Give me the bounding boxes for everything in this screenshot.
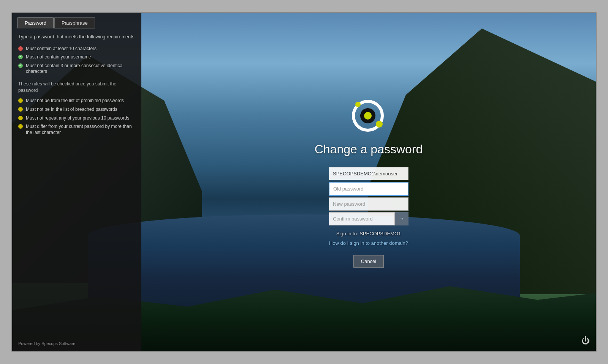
arrow-icon: →: [399, 215, 405, 222]
immediate-requirements-list: Must contain at least 10 characters ✓ Mu…: [18, 46, 135, 75]
confirm-password-row: →: [329, 212, 408, 225]
req-submit-text-3: Must not repeat any of your previous 10 …: [26, 115, 129, 121]
req-icon-green-3: ✓: [18, 63, 23, 68]
req-icon-red-1: [18, 46, 23, 51]
req-item-1: Must contain at least 10 characters: [18, 46, 135, 52]
req-submit-text-1: Must not be from the list of prohibited …: [26, 98, 124, 104]
svg-point-2: [364, 112, 372, 120]
confirm-password-field[interactable]: [329, 212, 395, 225]
tabs-row: Password Passphrase: [17, 17, 136, 28]
req-item-2: ✓ Must not contain your username: [18, 54, 135, 60]
req-submit-text-2: Must not be in the list of breached pass…: [26, 107, 117, 113]
main-window: Password Passphrase Type a password that…: [11, 12, 597, 352]
left-panel: Password Passphrase Type a password that…: [12, 13, 141, 351]
panel-content: Type a password that meets the following…: [12, 28, 141, 336]
tab-password[interactable]: Password: [17, 17, 54, 28]
req-icon-yellow-3: [18, 116, 23, 120]
form-container: → Sign in to: SPECOPSDEMO1 How do I sign…: [329, 167, 408, 268]
logo-container: [350, 97, 388, 135]
cancel-button[interactable]: Cancel: [353, 255, 384, 268]
sign-in-label: Sign in to: SPECOPSDEMO1: [329, 231, 408, 236]
req-text-1: Must contain at least 10 characters: [26, 46, 97, 52]
req-icon-yellow-1: [18, 98, 23, 103]
req-icon-green-2: ✓: [18, 55, 23, 59]
svg-point-4: [376, 121, 383, 128]
req-item-3: ✓ Must not contain 3 or more consecutive…: [18, 63, 135, 75]
req-submit-1: Must not be from the list of prohibited …: [18, 98, 135, 104]
tab-passphrase[interactable]: Passphrase: [54, 17, 95, 28]
submit-note: These rules will be checked once you sub…: [18, 81, 135, 94]
page-title: Change a password: [315, 142, 423, 156]
req-icon-yellow-4: [18, 124, 23, 129]
powered-by: Powered by Specops Software: [12, 336, 141, 351]
panel-description: Type a password that meets the following…: [18, 34, 135, 41]
new-password-field[interactable]: [329, 197, 408, 211]
svg-point-3: [355, 102, 361, 107]
req-submit-4: Must differ from your current password b…: [18, 124, 135, 136]
submit-button[interactable]: →: [395, 212, 408, 225]
req-icon-yellow-2: [18, 107, 23, 112]
req-text-2: Must not contain your username: [26, 54, 91, 60]
username-field[interactable]: [329, 167, 408, 180]
specops-logo: [350, 97, 388, 135]
submit-requirements-list: Must not be from the list of prohibited …: [18, 98, 135, 136]
req-submit-text-4: Must differ from your current password b…: [26, 124, 135, 136]
center-area: Change a password → Sign in to: SPECOPSD…: [141, 13, 596, 351]
req-submit-3: Must not repeat any of your previous 10 …: [18, 115, 135, 121]
another-domain-link[interactable]: How do I sign in to another domain?: [329, 240, 408, 246]
req-submit-2: Must not be in the list of breached pass…: [18, 107, 135, 113]
restart-icon[interactable]: ⏻: [581, 336, 590, 346]
old-password-field[interactable]: [329, 182, 408, 196]
req-text-3: Must not contain 3 or more consecutive i…: [26, 63, 135, 75]
